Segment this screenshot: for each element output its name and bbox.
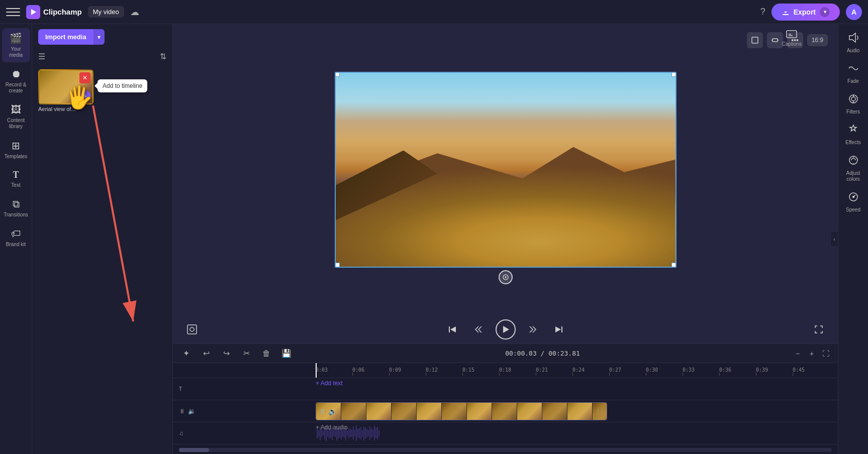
- preview-fit-button[interactable]: [767, 32, 783, 48]
- media-thumbnail[interactable]: ✕ + Aerial view of... Add to timeline: [38, 69, 93, 112]
- clip-trim-button[interactable]: ⦚⦚: [597, 407, 604, 415]
- sidebar-label-text: Text: [11, 182, 20, 188]
- fullscreen-button[interactable]: [810, 320, 828, 338]
- right-tool-fade[interactable]: Fade: [840, 59, 866, 88]
- effects-tool-icon: [848, 124, 859, 138]
- text-track: T + Add text: [173, 378, 838, 400]
- text-icon: T: [13, 170, 19, 180]
- rewind-button[interactable]: [469, 320, 488, 338]
- ruler-mark: 0:30: [646, 367, 683, 376]
- zoom-out-button[interactable]: −: [792, 348, 804, 360]
- media-thumb-image: ✕ +: [38, 69, 93, 104]
- right-tool-adjust-colors[interactable]: Adjust colors: [840, 151, 866, 186]
- media-panel-header: Import media ▾: [32, 24, 172, 50]
- delete-button[interactable]: 🗑: [259, 347, 273, 361]
- svg-rect-4: [752, 37, 758, 43]
- sidebar-collapse-button[interactable]: ‹: [830, 231, 838, 247]
- media-sort-row: ☰ ⇅: [32, 50, 172, 65]
- captions-label: Captions: [782, 41, 802, 47]
- expand-timeline-button[interactable]: ⛶: [820, 348, 832, 360]
- aspect-ratio-badge: 16:9: [807, 34, 828, 46]
- clip-frame: [567, 403, 593, 420]
- content-library-icon: 🖼: [11, 104, 21, 116]
- audio-track-content: + Add audio: [316, 422, 838, 444]
- forward-button[interactable]: [524, 320, 542, 338]
- sidebar-item-record[interactable]: ⏺ Record & create: [2, 64, 30, 98]
- svg-marker-1: [31, 9, 36, 15]
- timeline-scrollbar[interactable]: [179, 448, 832, 452]
- sidebar-item-your-media[interactable]: 🎬 Your media: [2, 28, 30, 62]
- svg-point-24: [849, 156, 857, 164]
- playhead-handle[interactable]: [499, 270, 513, 284]
- sidebar-item-content-library[interactable]: 🖼 Content library: [2, 100, 30, 134]
- media-thumb-label: Aerial view of...: [38, 106, 93, 112]
- sidebar-label-templates: Templates: [5, 154, 28, 160]
- sidebar-item-transitions[interactable]: ⧉ Transitions: [2, 194, 30, 222]
- sidebar-label-brand-kit: Brand kit: [6, 242, 26, 248]
- audio-track: ♫: [173, 422, 838, 444]
- import-media-button[interactable]: Import media: [38, 29, 93, 45]
- clip-frame: [492, 403, 517, 420]
- delete-media-button[interactable]: ✕: [79, 72, 90, 83]
- undo-button[interactable]: ↩: [199, 347, 213, 361]
- text-track-content: + Add text: [316, 378, 838, 400]
- corner-handle-br[interactable]: [671, 263, 677, 268]
- right-tool-effects[interactable]: Effects: [840, 120, 866, 150]
- sidebar-item-brand-kit[interactable]: 🏷 Brand kit: [2, 224, 30, 252]
- export-button[interactable]: Export ▾: [771, 4, 840, 21]
- clip-frame: [542, 403, 567, 420]
- playback-capture-button[interactable]: [183, 320, 201, 338]
- sort-icon[interactable]: ⇅: [160, 52, 166, 61]
- sidebar-label-record: Record & create: [4, 82, 28, 94]
- magic-tool-button[interactable]: ✦: [179, 347, 193, 361]
- sidebar-item-templates[interactable]: ⊞ Templates: [2, 136, 30, 164]
- project-name[interactable]: My video: [88, 6, 124, 18]
- sidebar-item-text[interactable]: T Text: [2, 166, 30, 192]
- clip-filmstrip: [316, 403, 607, 420]
- add-audio-button[interactable]: + Add audio: [316, 424, 348, 431]
- save-icon[interactable]: ☁: [130, 7, 139, 18]
- svg-marker-19: [849, 33, 855, 42]
- clip-frame: [392, 403, 417, 420]
- ruler-mark: 0:03: [316, 367, 352, 376]
- clip-mute-button[interactable]: ⏸: [319, 407, 326, 415]
- preview-area: ••• 16:9: [173, 24, 838, 315]
- zoom-in-button[interactable]: +: [806, 348, 818, 360]
- help-icon[interactable]: ?: [760, 7, 765, 17]
- your-media-icon: 🎬: [10, 32, 22, 44]
- corner-handle-bl[interactable]: [335, 263, 340, 268]
- save-clip-button[interactable]: 💾: [279, 347, 294, 361]
- speed-tool-label: Speed: [846, 207, 860, 213]
- clip-frame: [467, 403, 492, 420]
- corner-handle-tl[interactable]: [335, 72, 340, 77]
- right-tool-speed[interactable]: Speed: [840, 187, 866, 217]
- hamburger-menu[interactable]: [6, 5, 20, 19]
- scrollbar-thumb[interactable]: [179, 448, 209, 452]
- right-tool-filters[interactable]: Filters: [840, 89, 866, 119]
- skip-back-button[interactable]: [443, 320, 461, 338]
- import-caret-button[interactable]: ▾: [93, 29, 105, 45]
- video-canvas: [335, 72, 677, 268]
- filter-icon[interactable]: ☰: [38, 52, 45, 61]
- captions-button[interactable]: Captions: [782, 28, 802, 47]
- playhead-indicator[interactable]: [316, 363, 317, 378]
- right-tool-audio[interactable]: Audio: [840, 28, 866, 58]
- avatar[interactable]: A: [846, 4, 862, 20]
- preview-crop-button[interactable]: [747, 32, 763, 48]
- video-clip[interactable]: ⏸ 🔉 ⦚⦚: [316, 402, 607, 420]
- cut-button[interactable]: ✂: [239, 347, 253, 361]
- add-text-button[interactable]: + Add text: [316, 380, 343, 387]
- clip-audio-icon: 🔉: [328, 407, 337, 415]
- export-caret[interactable]: ▾: [820, 7, 830, 17]
- play-button[interactable]: [496, 319, 516, 339]
- skip-forward-button[interactable]: [550, 320, 568, 338]
- corner-handle-tr[interactable]: [671, 72, 677, 77]
- desert-background: [336, 73, 676, 267]
- add-media-button[interactable]: +: [79, 90, 90, 101]
- fade-tool-icon: [848, 63, 859, 76]
- sidebar-label-transitions: Transitions: [4, 212, 28, 218]
- redo-button[interactable]: ↪: [219, 347, 233, 361]
- ruler-marks: 0:03 0:06 0:09 0:12 0:15 0:18 0:21 0:24 …: [173, 367, 829, 376]
- ruler-mark: 0:45: [793, 367, 829, 376]
- timeline-ruler: 0:03 0:06 0:09 0:12 0:15 0:18 0:21 0:24 …: [173, 363, 838, 378]
